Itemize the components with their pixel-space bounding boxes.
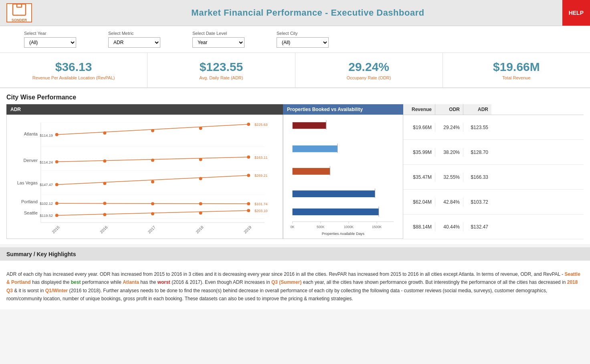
svg-point-29 [55, 160, 59, 164]
svg-point-31 [151, 159, 154, 162]
svg-rect-69 [293, 208, 379, 215]
kpi-revpal: $36.13 Revenue Per Available Location (R… [0, 53, 148, 87]
svg-text:Properties Available Days: Properties Available Days [322, 232, 365, 236]
svg-point-38 [103, 182, 106, 185]
kpi-adr: $123.55 Avg. Daily Rate (ADR) [148, 53, 295, 87]
svg-point-49 [247, 202, 250, 205]
right-section: Properties Booked vs Availability [283, 104, 584, 239]
cell-denver-odr: 38.20% [435, 148, 463, 157]
adr-chart-svg: Atlanta Denver Las Vegas Portland Seattl… [7, 115, 283, 239]
col-header-revenue: Revenue [403, 104, 435, 115]
svg-text:Portland: Portland [21, 199, 38, 204]
col-header-odr: ODR [435, 104, 463, 115]
bar-chart-body: 0K 500K 1000K 1500K Properties Available… [283, 115, 403, 239]
metric-select[interactable]: ADRODRRevPALRevenue [108, 37, 160, 48]
data-table: Revenue ODR ADR $19.66M 29.24% $123.55 $… [403, 104, 584, 239]
svg-rect-63 [293, 146, 337, 152]
date-level-select[interactable]: YearQuarterMonth [192, 37, 244, 48]
svg-text:$102.12: $102.12 [40, 202, 53, 206]
svg-text:$119.52: $119.52 [40, 214, 53, 218]
logo-label: SONDER [11, 18, 27, 22]
svg-text:2017: 2017 [147, 225, 157, 235]
chart-section: ADR Atlanta Denver Las Vegas Portland Se… [0, 104, 590, 244]
adr-chart-body: Atlanta Denver Las Vegas Portland Seattl… [6, 115, 283, 239]
kpi-revenue-label: Total Revenue [453, 75, 580, 80]
svg-text:0K: 0K [290, 225, 295, 229]
metric-filter-group: Select Metric ADRODRRevPALRevenue [108, 31, 160, 48]
highlight-best: best [71, 279, 81, 285]
city-filter-group: Select City (All)AtlantaDenverLas VegasP… [277, 31, 329, 48]
city-select[interactable]: (All)AtlantaDenverLas VegasPortlandSeatt… [277, 37, 329, 48]
table-row: $62.04M 42.84% $103.72 [403, 190, 584, 214]
city-performance-title: City Wise Performance [0, 88, 590, 104]
date-level-filter-group: Select Date Level YearQuarterMonth [192, 31, 244, 48]
cell-seattle-odr: 40.44% [435, 222, 463, 231]
table-row: $19.66M 29.24% $123.55 [403, 115, 584, 140]
svg-text:Atlanta: Atlanta [24, 131, 38, 136]
svg-text:$203.10: $203.10 [255, 209, 267, 213]
svg-text:Denver: Denver [24, 158, 38, 163]
svg-text:2018: 2018 [195, 225, 204, 235]
kpi-row: $36.13 Revenue Per Available Location (R… [0, 53, 590, 88]
svg-text:1000K: 1000K [344, 225, 354, 229]
svg-point-53 [55, 214, 59, 217]
svg-point-39 [151, 180, 154, 183]
table-row: $88.14M 40.44% $132.47 [403, 214, 584, 239]
table-row: $35.99M 38.20% $128.70 [403, 140, 584, 165]
highlight-atlanta: Atlanta [123, 279, 139, 285]
svg-point-54 [103, 213, 106, 216]
bar-chart-section: Properties Booked vs Availability [283, 104, 403, 239]
svg-text:Las Vegas: Las Vegas [17, 180, 38, 185]
filter-row: Select Year (All) 20152016201720182019 S… [0, 26, 590, 53]
svg-rect-1 [17, 4, 22, 7]
cell-lasvegas-adr: $166.33 [463, 173, 491, 182]
svg-point-37 [55, 183, 59, 186]
adr-chart: ADR Atlanta Denver Las Vegas Portland Se… [6, 104, 283, 239]
highlight-worst: worst [158, 279, 170, 285]
cell-atlanta-adr: $123.55 [463, 123, 491, 132]
city-filter-label: Select City [277, 31, 329, 36]
svg-text:$147.47: $147.47 [40, 183, 53, 187]
svg-point-21 [55, 133, 59, 136]
svg-point-55 [151, 212, 154, 215]
svg-rect-0 [13, 4, 26, 15]
svg-text:500K: 500K [317, 225, 325, 229]
cell-lasvegas-revenue: $35.47M [403, 173, 435, 182]
year-select[interactable]: (All) 20152016201720182019 [24, 37, 76, 48]
kpi-revpal-value: $36.13 [10, 60, 137, 74]
kpi-adr-value: $123.55 [157, 60, 285, 74]
svg-point-57 [247, 209, 250, 212]
cell-portland-adr: $103.72 [463, 198, 491, 206]
summary-title: Summary / Key Highlights [0, 248, 590, 261]
svg-text:$269.21: $269.21 [255, 174, 267, 178]
cell-lasvegas-odr: 32.55% [435, 173, 463, 182]
svg-text:$114.24: $114.24 [40, 160, 53, 164]
cell-seattle-revenue: $88.14M [403, 222, 435, 231]
svg-point-45 [55, 202, 59, 205]
bar-chart-svg: 0K 500K 1000K 1500K Properties Available… [283, 115, 403, 239]
summary-section: Summary / Key Highlights ADR of each cit… [0, 247, 590, 309]
year-filter-group: Select Year (All) 20152016201720182019 [24, 31, 76, 48]
help-button[interactable]: HELP [562, 0, 590, 26]
svg-point-56 [199, 211, 202, 214]
svg-point-48 [199, 202, 202, 205]
svg-rect-60 [293, 122, 326, 129]
header: SONDER Market Financial Performance - Ex… [0, 0, 590, 26]
adr-chart-header: ADR [6, 104, 283, 115]
bar-chart-header: Properties Booked vs Availability [283, 104, 403, 115]
svg-point-30 [103, 160, 106, 163]
year-filter-label: Select Year [24, 31, 76, 36]
kpi-revenue: $19.66M Total Revenue [443, 53, 590, 87]
cell-portland-odr: 42.84% [435, 198, 463, 206]
cell-denver-adr: $128.70 [463, 148, 491, 157]
date-level-filter-label: Select Date Level [192, 31, 244, 36]
cell-denver-revenue: $35.99M [403, 148, 435, 157]
highlight-q1-winter: Q1/Winter [45, 288, 68, 293]
svg-text:2019: 2019 [243, 225, 253, 235]
col-header-adr: ADR [463, 104, 491, 115]
svg-rect-67 [293, 190, 375, 197]
kpi-adr-label: Avg. Daily Rate (ADR) [157, 75, 285, 80]
kpi-revpal-label: Revenue Per Available Location (RevPAL) [10, 75, 137, 80]
kpi-odr: 29.24% Occupany Rate (ODR) [295, 53, 443, 87]
svg-point-46 [103, 202, 106, 205]
